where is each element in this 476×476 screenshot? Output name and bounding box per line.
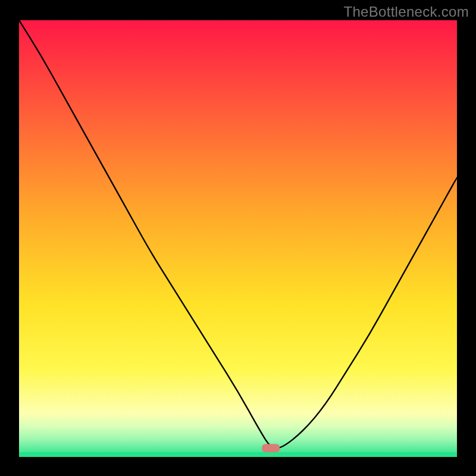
bottleneck-chart [0, 0, 476, 476]
frame-left [0, 0, 19, 476]
frame-bottom [0, 457, 476, 476]
frame-right [457, 0, 476, 476]
watermark-text: TheBottleneck.com [343, 4, 469, 20]
bottom-green-band [19, 452, 457, 457]
minimum-marker [262, 444, 280, 452]
